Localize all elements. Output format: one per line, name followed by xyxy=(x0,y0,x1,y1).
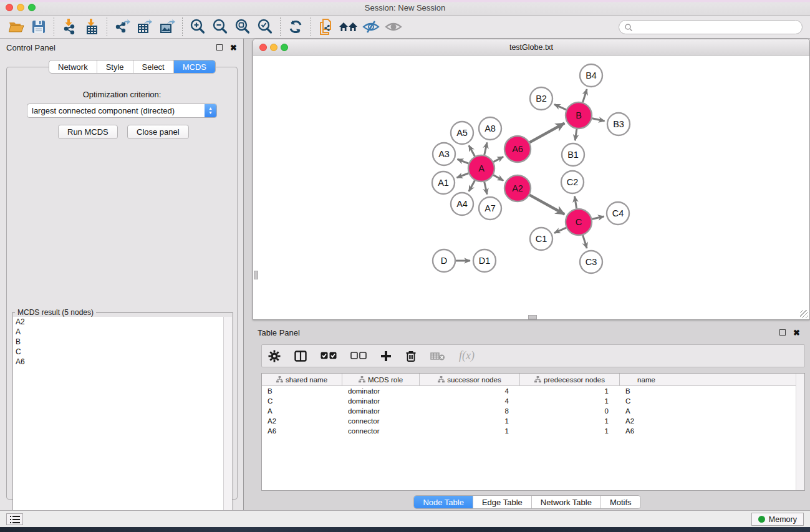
refresh-icon xyxy=(287,19,304,35)
graph-edge[interactable] xyxy=(583,235,587,248)
table-scrollbar[interactable] xyxy=(796,374,804,490)
gear-icon xyxy=(268,350,281,362)
tab-motifs[interactable]: Motifs xyxy=(601,496,640,508)
export-network-button[interactable] xyxy=(111,17,133,37)
column-header-MCDS-role[interactable]: MCDS role xyxy=(342,374,420,385)
status-bar: Memory xyxy=(0,510,810,527)
graph-node-label: A2 xyxy=(512,183,523,193)
tab-style[interactable]: Style xyxy=(97,60,133,73)
table-row[interactable]: Bdominator41B xyxy=(262,386,804,396)
show-graphics-icon xyxy=(384,20,403,34)
graph-node-label: B1 xyxy=(567,150,579,160)
graph-edge[interactable] xyxy=(469,180,475,191)
graph-node-label: C3 xyxy=(586,257,597,267)
graph-edge[interactable] xyxy=(457,173,469,178)
tab-select[interactable]: Select xyxy=(133,60,174,73)
task-history-button[interactable] xyxy=(6,513,23,525)
graph-edge[interactable] xyxy=(469,145,475,156)
delete-column-button[interactable] xyxy=(405,347,417,365)
graph-node-label: C1 xyxy=(536,234,547,244)
result-item[interactable]: A xyxy=(13,327,224,337)
refresh-button[interactable] xyxy=(284,17,307,37)
result-item[interactable]: B xyxy=(13,337,224,347)
network-canvas[interactable]: B4B2BB3A8A5A6B1A3AA1C2A2A4A7C4CC1C3DD1 xyxy=(254,56,809,319)
gear-button[interactable] xyxy=(268,347,281,365)
dropdown-stepper-icon: ▲▼ xyxy=(205,104,216,117)
graph-edge[interactable] xyxy=(493,175,503,181)
add-column-button[interactable] xyxy=(380,347,392,365)
function-builder-button[interactable]: f(x) xyxy=(459,347,475,365)
toolbar-separator xyxy=(311,17,311,36)
graph-edge[interactable] xyxy=(457,159,468,163)
destroy-table-icon xyxy=(430,351,445,361)
result-item[interactable]: A6 xyxy=(13,357,224,367)
select-all-columns-button[interactable] xyxy=(321,347,337,365)
zoom-selected-button[interactable] xyxy=(254,17,276,37)
criterion-dropdown[interactable]: largest connected component (directed) ▲… xyxy=(27,104,217,118)
graph-edge[interactable] xyxy=(592,216,604,219)
graph-edge[interactable] xyxy=(485,142,487,155)
table-row[interactable]: A6connector11A6 xyxy=(262,426,804,436)
graph-edge[interactable] xyxy=(583,89,587,102)
zoom-out-button[interactable] xyxy=(209,17,231,37)
graph-edge[interactable] xyxy=(485,181,487,194)
table-cell: 1 xyxy=(420,416,520,426)
show-graphics-button[interactable] xyxy=(382,17,405,37)
result-item[interactable]: C xyxy=(13,347,224,357)
canvas-vertical-scroll-nub[interactable] xyxy=(254,271,258,279)
column-header-successor-nodes[interactable]: successor nodes xyxy=(420,374,520,385)
network-from-clipboard-button[interactable] xyxy=(315,17,337,37)
table-row[interactable]: A2connector11A2 xyxy=(262,416,804,426)
graph-node-label: A5 xyxy=(456,128,468,138)
zoom-in-button[interactable] xyxy=(186,17,209,37)
canvas-horizontal-scroll-nub[interactable] xyxy=(528,315,537,319)
node-table[interactable]: shared nameMCDS rolesuccessor nodesprede… xyxy=(261,373,805,491)
run-mcds-button[interactable]: Run MCDS xyxy=(58,125,118,139)
window-resize-grip[interactable] xyxy=(800,310,808,318)
table-row[interactable]: Adominator80A xyxy=(262,406,804,416)
tab-network[interactable]: Network xyxy=(49,60,97,73)
unselect-all-columns-button[interactable] xyxy=(350,347,367,365)
table-panel-float-button[interactable] xyxy=(779,329,786,336)
tab-edge-table[interactable]: Edge Table xyxy=(473,496,532,508)
network-window-titlebar: testGlobe.txt xyxy=(253,39,809,56)
search-input[interactable] xyxy=(633,22,802,33)
tab-network-table[interactable]: Network Table xyxy=(532,496,601,508)
export-table-button[interactable] xyxy=(133,17,156,37)
zoom-out-icon xyxy=(211,18,229,36)
tab-mcds[interactable]: MCDS xyxy=(174,60,215,73)
graph-edge[interactable] xyxy=(554,228,566,233)
column-header-predecessor-nodes[interactable]: predecessor nodes xyxy=(520,374,620,385)
network-from-clipboard-icon xyxy=(318,17,334,36)
open-file-button[interactable] xyxy=(5,17,27,37)
mcds-result-scrollbar[interactable] xyxy=(223,317,232,520)
control-panel-float-button[interactable] xyxy=(216,44,223,51)
control-panel-close-button[interactable]: ✖ xyxy=(230,44,237,52)
import-table-button[interactable] xyxy=(80,17,103,37)
tab-node-table[interactable]: Node Table xyxy=(414,496,473,508)
hide-graphics-button[interactable] xyxy=(360,17,382,37)
graph-edge[interactable] xyxy=(529,195,564,215)
column-header-shared-name[interactable]: shared name xyxy=(262,374,342,385)
result-item[interactable]: A2 xyxy=(13,317,224,327)
app-titlebar: Session: New Session xyxy=(0,0,810,16)
table-row[interactable]: Cdominator41C xyxy=(262,396,804,406)
graph-edge[interactable] xyxy=(529,123,564,143)
close-panel-button[interactable]: Close panel xyxy=(127,125,189,139)
graph-edge[interactable] xyxy=(592,118,604,121)
export-image-button[interactable] xyxy=(156,17,178,37)
memory-button[interactable]: Memory xyxy=(751,513,804,526)
graph-edge[interactable] xyxy=(493,157,503,162)
window-title: Session: New Session xyxy=(0,3,810,12)
table-panel-close-button[interactable]: ✖ xyxy=(793,329,800,337)
column-header-name[interactable]: name xyxy=(620,374,673,385)
home-pages-button[interactable] xyxy=(337,17,360,37)
graph-edge[interactable] xyxy=(575,196,577,209)
destroy-table-button[interactable] xyxy=(430,347,445,365)
save-session-button[interactable] xyxy=(27,17,50,37)
zoom-fit-button[interactable] xyxy=(231,17,254,37)
graph-edge[interactable] xyxy=(554,104,566,110)
split-columns-button[interactable] xyxy=(294,347,307,365)
graph-edge[interactable] xyxy=(575,129,577,140)
import-network-button[interactable] xyxy=(58,17,80,37)
